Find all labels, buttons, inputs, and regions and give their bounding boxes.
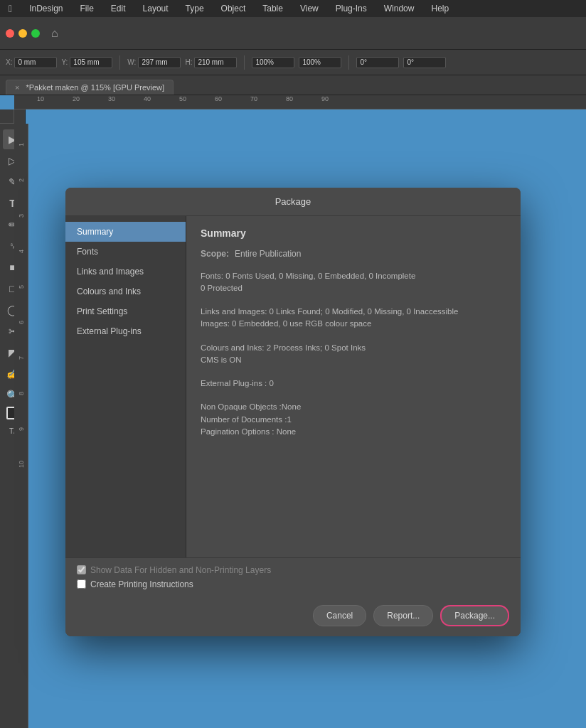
- plugins-info: External Plug-ins : 0: [201, 378, 506, 390]
- menu-window[interactable]: Window: [381, 2, 417, 15]
- menu-edit[interactable]: Edit: [108, 2, 129, 15]
- apple-menu[interactable]: : [6, 1, 15, 16]
- toolbar: ⌂: [0, 17, 586, 50]
- other-info: Non Opaque Objects :NoneNumber of Docume…: [201, 401, 506, 438]
- cancel-button[interactable]: Cancel: [313, 605, 366, 626]
- close-button[interactable]: [6, 29, 14, 38]
- angle1-input[interactable]: [356, 57, 399, 68]
- menu-type[interactable]: Type: [183, 2, 207, 15]
- printing-instructions-label: Create Printing Instructions: [90, 579, 193, 589]
- content-title: Summary: [201, 228, 506, 239]
- x-label: X:: [6, 58, 12, 66]
- dialog-content: Summary Scope: Entire Publication Fonts:…: [186, 216, 521, 557]
- menu-layout[interactable]: Layout: [140, 2, 171, 15]
- menu-plugins[interactable]: Plug-Ins: [333, 2, 370, 15]
- scale2-input[interactable]: [299, 57, 341, 68]
- menu-help[interactable]: Help: [428, 2, 452, 15]
- dialog-body: Summary Fonts Links and Images Colours a…: [65, 216, 521, 557]
- hidden-layers-row: Show Data For Hidden and Non-Printing La…: [77, 565, 509, 575]
- fonts-info: Fonts: 0 Fonts Used, 0 Missing, 0 Embedd…: [201, 270, 506, 295]
- properties-bar: X: Y: W: H:: [0, 50, 586, 75]
- sidebar-item-links-images[interactable]: Links and Images: [65, 262, 186, 282]
- menu-view[interactable]: View: [297, 2, 321, 15]
- sidebar-item-summary[interactable]: Summary: [65, 222, 186, 242]
- canvas-area: 10 20 30 40 50 60 70 80 90 1 2 3 4 5 6 7…: [0, 95, 586, 728]
- angle2-input[interactable]: [403, 57, 446, 68]
- menu-table[interactable]: Table: [260, 2, 286, 15]
- sidebar-item-fonts[interactable]: Fonts: [65, 242, 186, 262]
- dialog-buttons: Cancel Report... Package...: [65, 596, 521, 636]
- y-input[interactable]: [70, 57, 112, 68]
- colours-info: Colours and Inks: 2 Process Inks; 0 Spot…: [201, 342, 506, 367]
- package-dialog: Package Summary Fonts Links and Images C…: [65, 188, 521, 636]
- app-name: InDesign: [26, 2, 65, 15]
- tab-close-icon[interactable]: ×: [15, 83, 19, 92]
- dialog-title: Package: [275, 196, 311, 207]
- h-label: H:: [185, 58, 192, 66]
- h-input[interactable]: [194, 57, 237, 68]
- tab-label: *Pakket maken @ 115% [GPU Preview]: [26, 83, 165, 92]
- scope-value: Entire Publication: [235, 249, 301, 259]
- home-icon[interactable]: ⌂: [51, 27, 58, 40]
- scope-row: Scope: Entire Publication: [201, 249, 506, 259]
- sidebar-item-external-plugins[interactable]: External Plug-ins: [65, 321, 186, 341]
- tab-bar: × *Pakket maken @ 115% [GPU Preview]: [0, 75, 586, 95]
- dialog-footer: Show Data For Hidden and Non-Printing La…: [65, 557, 521, 596]
- menu-object[interactable]: Object: [218, 2, 249, 15]
- report-button[interactable]: Report...: [373, 605, 433, 626]
- w-input[interactable]: [138, 57, 181, 68]
- w-label: W:: [127, 58, 136, 66]
- dialog-title-bar: Package: [65, 188, 521, 216]
- x-input[interactable]: [14, 57, 57, 68]
- traffic-lights: [6, 29, 40, 38]
- scope-label: Scope:: [201, 249, 229, 259]
- package-button[interactable]: Package...: [440, 605, 509, 626]
- menu-file[interactable]: File: [78, 2, 97, 15]
- y-label: Y:: [61, 58, 68, 66]
- document-tab[interactable]: × *Pakket maken @ 115% [GPU Preview]: [6, 80, 174, 95]
- menu-bar:  InDesign File Edit Layout Type Object …: [0, 0, 586, 17]
- printing-instructions-row: Create Printing Instructions: [77, 579, 509, 589]
- sidebar-item-colours-inks[interactable]: Colours and Inks: [65, 282, 186, 301]
- scale1-input[interactable]: [252, 57, 294, 68]
- dialog-sidebar: Summary Fonts Links and Images Colours a…: [65, 216, 186, 557]
- maximize-button[interactable]: [31, 29, 40, 38]
- dialog-overlay: Package Summary Fonts Links and Images C…: [0, 95, 586, 728]
- hidden-layers-label: Show Data For Hidden and Non-Printing La…: [90, 565, 271, 575]
- sidebar-item-print-settings[interactable]: Print Settings: [65, 301, 186, 321]
- minimize-button[interactable]: [18, 29, 27, 38]
- printing-instructions-checkbox[interactable]: [77, 579, 86, 589]
- links-info: Links and Images: 0 Links Found; 0 Modif…: [201, 306, 506, 331]
- hidden-layers-checkbox[interactable]: [77, 565, 86, 574]
